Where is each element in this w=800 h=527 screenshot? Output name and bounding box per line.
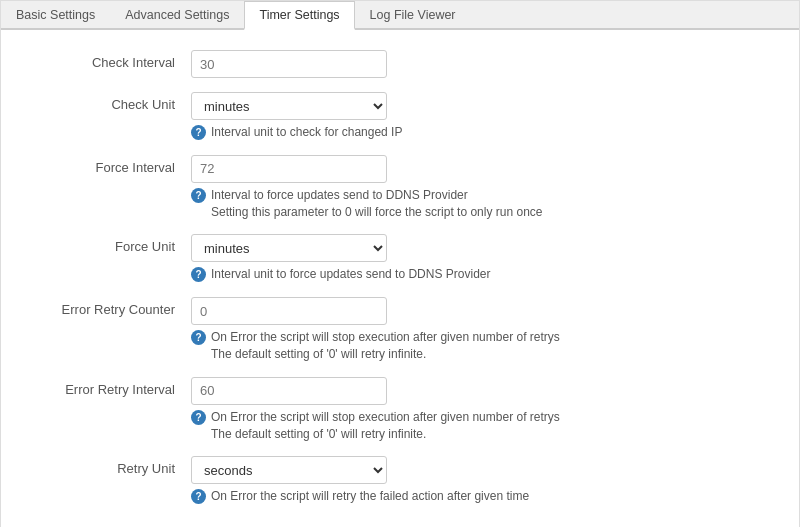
error-retry-interval-label: Error Retry Interval bbox=[31, 377, 191, 397]
error-retry-interval-group: ? On Error the script will stop executio… bbox=[191, 377, 769, 443]
error-retry-counter-help-icon: ? bbox=[191, 330, 206, 345]
force-unit-label: Force Unit bbox=[31, 234, 191, 254]
retry-unit-group: seconds minutes hours ? On Error the scr… bbox=[191, 456, 769, 505]
error-retry-counter-group: ? On Error the script will stop executio… bbox=[191, 297, 769, 363]
error-retry-interval-input[interactable] bbox=[191, 377, 387, 405]
tab-timer[interactable]: Timer Settings bbox=[244, 1, 354, 30]
check-unit-select[interactable]: minutes seconds hours bbox=[191, 92, 387, 120]
error-retry-counter-help: ? On Error the script will stop executio… bbox=[191, 329, 769, 363]
force-interval-help-icon: ? bbox=[191, 188, 206, 203]
force-unit-group: minutes seconds hours ? Interval unit to… bbox=[191, 234, 769, 283]
check-unit-label: Check Unit bbox=[31, 92, 191, 112]
check-interval-label: Check Interval bbox=[31, 50, 191, 70]
check-unit-row: Check Unit minutes seconds hours ? Inter… bbox=[31, 92, 769, 141]
force-unit-help-text: Interval unit to force updates send to D… bbox=[211, 266, 490, 283]
error-retry-interval-help-text: On Error the script will stop execution … bbox=[211, 409, 560, 443]
check-interval-group bbox=[191, 50, 769, 78]
error-retry-counter-help-text: On Error the script will stop execution … bbox=[211, 329, 560, 363]
check-interval-input[interactable] bbox=[191, 50, 387, 78]
retry-unit-help: ? On Error the script will retry the fai… bbox=[191, 488, 769, 505]
force-interval-row: Force Interval ? Interval to force updat… bbox=[31, 155, 769, 221]
tabs-bar: Basic Settings Advanced Settings Timer S… bbox=[1, 1, 799, 30]
check-unit-help: ? Interval unit to check for changed IP bbox=[191, 124, 769, 141]
error-retry-interval-help-icon: ? bbox=[191, 410, 206, 425]
page-container: Basic Settings Advanced Settings Timer S… bbox=[0, 0, 800, 527]
retry-unit-select[interactable]: seconds minutes hours bbox=[191, 456, 387, 484]
retry-unit-help-icon: ? bbox=[191, 489, 206, 504]
force-unit-select[interactable]: minutes seconds hours bbox=[191, 234, 387, 262]
force-interval-help-text: Interval to force updates send to DDNS P… bbox=[211, 187, 543, 221]
force-unit-row: Force Unit minutes seconds hours ? Inter… bbox=[31, 234, 769, 283]
retry-unit-label: Retry Unit bbox=[31, 456, 191, 476]
tab-logfile[interactable]: Log File Viewer bbox=[355, 1, 471, 30]
force-interval-input[interactable] bbox=[191, 155, 387, 183]
retry-unit-help-text: On Error the script will retry the faile… bbox=[211, 488, 529, 505]
retry-unit-row: Retry Unit seconds minutes hours ? On Er… bbox=[31, 456, 769, 505]
error-retry-counter-label: Error Retry Counter bbox=[31, 297, 191, 317]
form-content: Check Interval Check Unit minutes second… bbox=[1, 30, 799, 527]
check-unit-help-icon: ? bbox=[191, 125, 206, 140]
check-interval-row: Check Interval bbox=[31, 50, 769, 78]
error-retry-counter-input[interactable] bbox=[191, 297, 387, 325]
force-unit-help-icon: ? bbox=[191, 267, 206, 282]
tab-basic[interactable]: Basic Settings bbox=[1, 1, 110, 30]
check-unit-group: minutes seconds hours ? Interval unit to… bbox=[191, 92, 769, 141]
tab-advanced[interactable]: Advanced Settings bbox=[110, 1, 244, 30]
error-retry-interval-help: ? On Error the script will stop executio… bbox=[191, 409, 769, 443]
check-unit-help-text: Interval unit to check for changed IP bbox=[211, 124, 402, 141]
error-retry-interval-row: Error Retry Interval ? On Error the scri… bbox=[31, 377, 769, 443]
force-interval-label: Force Interval bbox=[31, 155, 191, 175]
force-unit-help: ? Interval unit to force updates send to… bbox=[191, 266, 769, 283]
force-interval-help: ? Interval to force updates send to DDNS… bbox=[191, 187, 769, 221]
error-retry-counter-row: Error Retry Counter ? On Error the scrip… bbox=[31, 297, 769, 363]
force-interval-group: ? Interval to force updates send to DDNS… bbox=[191, 155, 769, 221]
